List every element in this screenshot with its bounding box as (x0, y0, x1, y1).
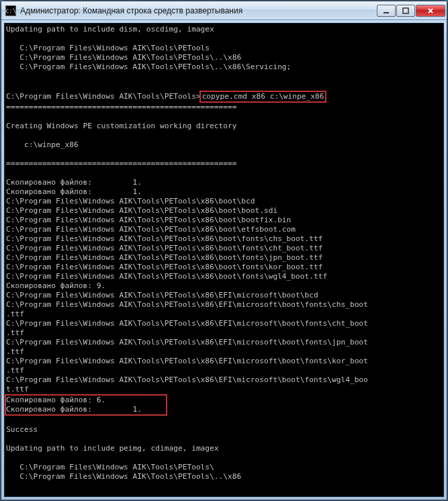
output-line: C:\Program Files\Windows AIK\Tools\PEToo… (6, 463, 214, 471)
output-line: C:\Program Files\Windows AIK\Tools\PEToo… (6, 62, 291, 71)
output-line: C:\Program Files\Windows AIK\Tools\PEToo… (6, 338, 368, 347)
output-line: Скопировано файлов: 1. (6, 178, 142, 187)
output-line: C:\Program Files\Windows AIK\Tools\PEToo… (6, 197, 255, 206)
output-line: C:\Program Files\Windows AIK\Tools\PEToo… (6, 225, 296, 234)
output-line: C:\Program Files\Windows AIK\Tools\PEToo… (6, 300, 368, 309)
output-line: Скопировано файлов: 1. (6, 405, 165, 414)
output-line: .ttf (6, 328, 24, 337)
output-line: Creating Windows PE customization workin… (6, 122, 237, 130)
window-title: Администратор: Командная строка средств … (20, 6, 377, 15)
output-line: C:\Program Files\Windows AIK\Tools\PEToo… (6, 234, 322, 243)
output-line: C:\Program Files\Windows AIK\Tools\PEToo… (6, 272, 327, 281)
close-icon (427, 7, 434, 14)
output-line: c:\winpe_x86 (6, 140, 79, 149)
output-line: C:\Program Files\Windows AIK\Tools\PEToo… (6, 319, 368, 328)
highlighted-command: copype.cmd x86 c:\winpe_x86 (199, 91, 327, 103)
output-line: C:\Program Files\Windows AIK\Tools\PEToo… (6, 472, 241, 481)
command-prompt-window: c:\ Администратор: Командная строка сред… (1, 1, 447, 500)
output-line: Скопировано файлов: 9. (6, 281, 105, 290)
output-line: Updating path to include peimg, cdimage,… (6, 444, 219, 453)
output-line: C:\Program Files\Windows AIK\Tools\PEToo… (6, 244, 322, 253)
output-line: C:\Program Files\Windows AIK\Tools\PEToo… (6, 53, 241, 62)
maximize-icon (402, 7, 409, 14)
output-line: ========================================… (6, 159, 237, 168)
output-line: ========================================… (6, 103, 237, 111)
output-line: Скопировано файлов: 1. (6, 187, 142, 196)
output-line: C:\Program Files\Windows AIK\Tools\PEToo… (6, 291, 318, 300)
maximize-button[interactable] (396, 5, 415, 17)
close-button[interactable] (416, 5, 445, 17)
window-controls (377, 5, 445, 17)
highlighted-copy-result: Скопировано файлов: 6. Скопировано файло… (5, 394, 167, 416)
output-line: C:\Program Files\Windows AIK\Tools\PEToo… (6, 253, 322, 262)
cmd-icon: c:\ (5, 5, 16, 16)
prompt-path: C:\Program Files\Windows AIK\Tools\PEToo… (6, 92, 201, 101)
titlebar[interactable]: c:\ Администратор: Командная строка сред… (1, 1, 447, 20)
output-line: C:\Program Files\Windows AIK\Tools\PEToo… (6, 375, 368, 384)
output-line: C:\Program Files\Windows AIK\Tools\PEToo… (6, 206, 277, 215)
terminal-area[interactable]: Updating path to include dism, oscdimg, … (4, 23, 444, 497)
minimize-icon (383, 7, 390, 14)
terminal-output: Updating path to include dism, oscdimg, … (5, 24, 443, 497)
output-line: C:\Program Files\Windows AIK\Tools\PEToo… (6, 216, 291, 224)
output-line: C:\Program Files\Windows AIK\Tools\PEToo… (6, 357, 368, 365)
output-line: Скопировано файлов: 6. (6, 396, 165, 404)
output-line: .ttf (6, 347, 24, 356)
output-line: Updating path to include dism, oscdimg, … (6, 25, 214, 34)
output-line: .ttf (6, 310, 24, 318)
output-line: Success (6, 425, 38, 434)
svg-rect-0 (384, 12, 389, 13)
output-line: C:\Program Files\Windows AIK\Tools\PEToo… (6, 44, 210, 52)
svg-rect-1 (403, 8, 408, 13)
output-line: t.ttf (6, 385, 29, 394)
output-line: C:\Program Files\Windows AIK\Tools\PEToo… (6, 263, 322, 271)
output-line: .ttf (6, 366, 24, 375)
minimize-button[interactable] (377, 5, 396, 17)
